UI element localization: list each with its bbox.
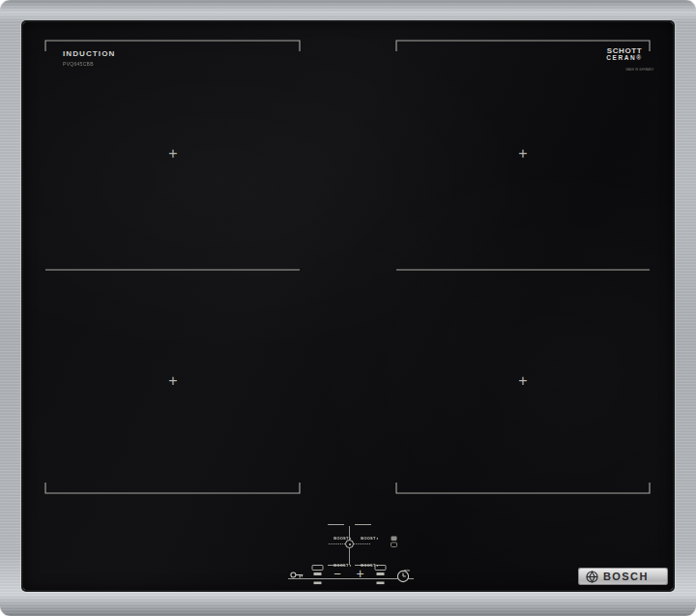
bosch-logo-text: BOSCH [603,571,649,582]
schott-logo-subtext: MADE IN GERMANY [626,69,654,72]
zone-selector-knob[interactable] [345,540,354,548]
bosch-logo-plate: BOSCH [578,568,668,585]
zone-select-back-right-button[interactable] [355,524,371,525]
schott-logo-line2: CERAN® [603,55,646,62]
combi-zone-icon [374,565,387,585]
control-strip-line [288,578,414,579]
induction-type-label: INDUCTION [63,49,115,58]
induction-hob-photo: INDUCTION PVQ645CBB SCHOTT CERAN® MADE I… [0,0,696,616]
combi-zone-right-button[interactable] [374,565,387,585]
power-minus-button[interactable]: − [330,567,345,581]
cooking-zone-markings [0,0,696,616]
bosch-emblem-icon [586,571,598,583]
schott-ceran-logo: SCHOTT CERAN® MADE IN GERMANY [603,47,646,78]
zone-marker-front-left: + [168,372,177,390]
boost-power-icon [376,537,378,540]
model-number-label: PVQ645CBB [63,61,94,67]
stainless-steel-frame: INDUCTION PVQ645CBB SCHOTT CERAN® MADE I… [0,0,696,616]
feature-indicator-icon [390,536,398,547]
boost-label: BOOST [361,537,375,541]
ceramic-glass-surface: INDUCTION PVQ645CBB SCHOTT CERAN® MADE I… [23,22,673,590]
combi-zone-left-button[interactable] [311,565,324,585]
combi-zone-icon [311,565,324,585]
zone-marker-back-left: + [168,145,177,162]
zone-marker-back-right: + [518,145,527,162]
zone-marker-front-right: + [518,372,527,390]
key-lock-icon[interactable] [290,571,304,579]
zone-select-back-left-button[interactable] [328,524,344,525]
power-plus-button[interactable]: + [352,566,368,581]
timer-clock-icon[interactable] [396,570,410,583]
